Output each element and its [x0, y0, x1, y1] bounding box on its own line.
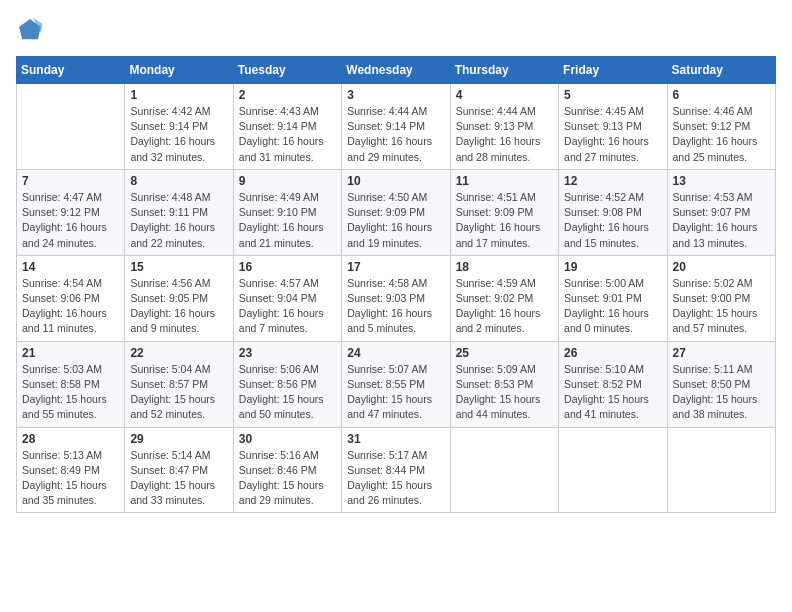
page-header — [16, 16, 776, 44]
day-number: 11 — [456, 174, 553, 188]
day-detail: Sunrise: 5:10 AMSunset: 8:52 PMDaylight:… — [564, 362, 661, 423]
day-detail: Sunrise: 5:06 AMSunset: 8:56 PMDaylight:… — [239, 362, 336, 423]
calendar-cell: 10Sunrise: 4:50 AMSunset: 9:09 PMDayligh… — [342, 169, 450, 255]
day-detail: Sunrise: 4:51 AMSunset: 9:09 PMDaylight:… — [456, 190, 553, 251]
calendar-cell: 19Sunrise: 5:00 AMSunset: 9:01 PMDayligh… — [559, 255, 667, 341]
day-detail: Sunrise: 4:54 AMSunset: 9:06 PMDaylight:… — [22, 276, 119, 337]
calendar-header-row: SundayMondayTuesdayWednesdayThursdayFrid… — [17, 57, 776, 84]
day-detail: Sunrise: 4:49 AMSunset: 9:10 PMDaylight:… — [239, 190, 336, 251]
header-monday: Monday — [125, 57, 233, 84]
day-number: 29 — [130, 432, 227, 446]
calendar-cell: 20Sunrise: 5:02 AMSunset: 9:00 PMDayligh… — [667, 255, 775, 341]
calendar-cell: 25Sunrise: 5:09 AMSunset: 8:53 PMDayligh… — [450, 341, 558, 427]
week-row-4: 21Sunrise: 5:03 AMSunset: 8:58 PMDayligh… — [17, 341, 776, 427]
calendar-cell: 26Sunrise: 5:10 AMSunset: 8:52 PMDayligh… — [559, 341, 667, 427]
calendar-cell: 24Sunrise: 5:07 AMSunset: 8:55 PMDayligh… — [342, 341, 450, 427]
day-number: 30 — [239, 432, 336, 446]
day-number: 10 — [347, 174, 444, 188]
calendar-cell: 5Sunrise: 4:45 AMSunset: 9:13 PMDaylight… — [559, 84, 667, 170]
calendar-cell: 8Sunrise: 4:48 AMSunset: 9:11 PMDaylight… — [125, 169, 233, 255]
day-number: 6 — [673, 88, 770, 102]
calendar-cell: 23Sunrise: 5:06 AMSunset: 8:56 PMDayligh… — [233, 341, 341, 427]
day-number: 7 — [22, 174, 119, 188]
day-detail: Sunrise: 5:11 AMSunset: 8:50 PMDaylight:… — [673, 362, 770, 423]
calendar-cell: 18Sunrise: 4:59 AMSunset: 9:02 PMDayligh… — [450, 255, 558, 341]
day-number: 23 — [239, 346, 336, 360]
day-number: 5 — [564, 88, 661, 102]
day-number: 15 — [130, 260, 227, 274]
calendar-cell: 29Sunrise: 5:14 AMSunset: 8:47 PMDayligh… — [125, 427, 233, 513]
day-detail: Sunrise: 5:04 AMSunset: 8:57 PMDaylight:… — [130, 362, 227, 423]
day-detail: Sunrise: 5:13 AMSunset: 8:49 PMDaylight:… — [22, 448, 119, 509]
week-row-2: 7Sunrise: 4:47 AMSunset: 9:12 PMDaylight… — [17, 169, 776, 255]
week-row-5: 28Sunrise: 5:13 AMSunset: 8:49 PMDayligh… — [17, 427, 776, 513]
calendar-cell: 3Sunrise: 4:44 AMSunset: 9:14 PMDaylight… — [342, 84, 450, 170]
day-detail: Sunrise: 4:58 AMSunset: 9:03 PMDaylight:… — [347, 276, 444, 337]
calendar-cell: 4Sunrise: 4:44 AMSunset: 9:13 PMDaylight… — [450, 84, 558, 170]
calendar-cell: 11Sunrise: 4:51 AMSunset: 9:09 PMDayligh… — [450, 169, 558, 255]
calendar-cell — [17, 84, 125, 170]
day-number: 24 — [347, 346, 444, 360]
header-wednesday: Wednesday — [342, 57, 450, 84]
day-detail: Sunrise: 4:48 AMSunset: 9:11 PMDaylight:… — [130, 190, 227, 251]
header-tuesday: Tuesday — [233, 57, 341, 84]
calendar-cell: 27Sunrise: 5:11 AMSunset: 8:50 PMDayligh… — [667, 341, 775, 427]
day-detail: Sunrise: 5:17 AMSunset: 8:44 PMDaylight:… — [347, 448, 444, 509]
header-saturday: Saturday — [667, 57, 775, 84]
day-number: 27 — [673, 346, 770, 360]
calendar-cell: 21Sunrise: 5:03 AMSunset: 8:58 PMDayligh… — [17, 341, 125, 427]
day-number: 16 — [239, 260, 336, 274]
calendar-cell: 6Sunrise: 4:46 AMSunset: 9:12 PMDaylight… — [667, 84, 775, 170]
day-detail: Sunrise: 4:44 AMSunset: 9:13 PMDaylight:… — [456, 104, 553, 165]
header-thursday: Thursday — [450, 57, 558, 84]
calendar-cell — [667, 427, 775, 513]
day-number: 21 — [22, 346, 119, 360]
week-row-1: 1Sunrise: 4:42 AMSunset: 9:14 PMDaylight… — [17, 84, 776, 170]
day-detail: Sunrise: 5:09 AMSunset: 8:53 PMDaylight:… — [456, 362, 553, 423]
day-number: 19 — [564, 260, 661, 274]
week-row-3: 14Sunrise: 4:54 AMSunset: 9:06 PMDayligh… — [17, 255, 776, 341]
day-detail: Sunrise: 5:16 AMSunset: 8:46 PMDaylight:… — [239, 448, 336, 509]
calendar-cell: 31Sunrise: 5:17 AMSunset: 8:44 PMDayligh… — [342, 427, 450, 513]
day-number: 22 — [130, 346, 227, 360]
day-number: 14 — [22, 260, 119, 274]
calendar-cell: 12Sunrise: 4:52 AMSunset: 9:08 PMDayligh… — [559, 169, 667, 255]
header-friday: Friday — [559, 57, 667, 84]
day-number: 18 — [456, 260, 553, 274]
day-detail: Sunrise: 4:50 AMSunset: 9:09 PMDaylight:… — [347, 190, 444, 251]
day-number: 17 — [347, 260, 444, 274]
day-number: 31 — [347, 432, 444, 446]
day-detail: Sunrise: 4:46 AMSunset: 9:12 PMDaylight:… — [673, 104, 770, 165]
day-number: 13 — [673, 174, 770, 188]
day-number: 2 — [239, 88, 336, 102]
calendar-cell — [450, 427, 558, 513]
calendar-cell: 30Sunrise: 5:16 AMSunset: 8:46 PMDayligh… — [233, 427, 341, 513]
day-detail: Sunrise: 5:14 AMSunset: 8:47 PMDaylight:… — [130, 448, 227, 509]
day-number: 9 — [239, 174, 336, 188]
day-number: 4 — [456, 88, 553, 102]
day-number: 3 — [347, 88, 444, 102]
header-sunday: Sunday — [17, 57, 125, 84]
day-detail: Sunrise: 4:43 AMSunset: 9:14 PMDaylight:… — [239, 104, 336, 165]
calendar-cell: 15Sunrise: 4:56 AMSunset: 9:05 PMDayligh… — [125, 255, 233, 341]
day-detail: Sunrise: 4:53 AMSunset: 9:07 PMDaylight:… — [673, 190, 770, 251]
day-number: 26 — [564, 346, 661, 360]
day-number: 8 — [130, 174, 227, 188]
calendar-cell: 14Sunrise: 4:54 AMSunset: 9:06 PMDayligh… — [17, 255, 125, 341]
day-detail: Sunrise: 5:00 AMSunset: 9:01 PMDaylight:… — [564, 276, 661, 337]
calendar-cell: 22Sunrise: 5:04 AMSunset: 8:57 PMDayligh… — [125, 341, 233, 427]
logo — [16, 16, 48, 44]
day-detail: Sunrise: 4:59 AMSunset: 9:02 PMDaylight:… — [456, 276, 553, 337]
day-detail: Sunrise: 4:47 AMSunset: 9:12 PMDaylight:… — [22, 190, 119, 251]
calendar-cell — [559, 427, 667, 513]
day-number: 25 — [456, 346, 553, 360]
day-detail: Sunrise: 4:44 AMSunset: 9:14 PMDaylight:… — [347, 104, 444, 165]
day-number: 20 — [673, 260, 770, 274]
day-detail: Sunrise: 4:57 AMSunset: 9:04 PMDaylight:… — [239, 276, 336, 337]
calendar-cell: 28Sunrise: 5:13 AMSunset: 8:49 PMDayligh… — [17, 427, 125, 513]
calendar-cell: 13Sunrise: 4:53 AMSunset: 9:07 PMDayligh… — [667, 169, 775, 255]
calendar-cell: 16Sunrise: 4:57 AMSunset: 9:04 PMDayligh… — [233, 255, 341, 341]
calendar-cell: 17Sunrise: 4:58 AMSunset: 9:03 PMDayligh… — [342, 255, 450, 341]
day-detail: Sunrise: 4:52 AMSunset: 9:08 PMDaylight:… — [564, 190, 661, 251]
day-number: 28 — [22, 432, 119, 446]
